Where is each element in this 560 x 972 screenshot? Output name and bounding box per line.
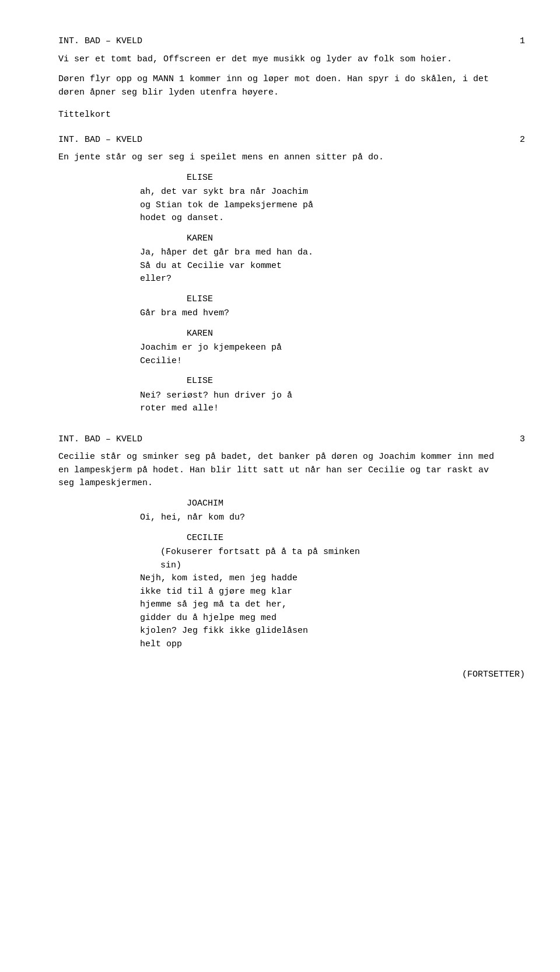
karen-block-1: KAREN Ja, håper det går bra med han da. … [58,232,525,286]
cecilie-line-1-0: Nejh, kom isted, men jeg hadde [140,573,298,583]
scene-2-action-1: En jente står og ser seg i speilet mens … [58,151,502,165]
elise-name-3: ELISE [187,375,525,388]
scene-3-number: 3 [520,433,525,447]
cecilie-line-1-1: ikke tid til å gjøre meg klar [140,587,292,597]
cecilie-block-1: CECILIE (Fokuserer fortsatt på å ta på s… [58,532,525,652]
elise-block-2: ELISE Går bra med hvem? [58,293,525,320]
elise-line-1-0: ah, det var sykt bra når Joachim [140,187,308,197]
cecilie-name-1: CECILIE [187,532,525,545]
page: INT. BAD – KVELD 1 Vi ser et tomt bad, O… [0,0,560,972]
cecilie-line-1-4: kjolen? Jeg fikk ikke glidelåsen [140,626,308,636]
scene-1-number: 1 [520,35,525,48]
scene-2-number: 2 [520,134,525,147]
elise-name-2: ELISE [187,293,525,306]
fortsetter: (FORTSETTER) [58,668,525,682]
scene-2-heading-text: INT. BAD – KVELD [58,134,142,147]
karen-dialogue-1: Ja, håper det går bra med han da. Så du … [140,246,420,286]
elise-block-3: ELISE Nei? seriøst? hun driver jo å rote… [58,375,525,416]
cecilie-line-1-5: helt opp [140,639,182,649]
karen-line-1-2: eller? [140,274,172,284]
karen-block-2: KAREN Joachim er jo kjempekeen på Cecili… [58,328,525,368]
elise-name-1: ELISE [187,172,525,185]
joachim-block-1: JOACHIM Oi, hei, når kom du? [58,497,525,525]
joachim-line-1-0: Oi, hei, når kom du? [140,513,245,522]
scene-3-heading-text: INT. BAD – KVELD [58,433,142,447]
elise-line-1-1: og Stian tok de lampeksjermene på [140,200,313,210]
elise-dialogue-1: ah, det var sykt bra når Joachim og Stia… [140,186,420,225]
tittelkort: Tittelkort [58,109,525,122]
elise-line-1-2: hodet og danset. [140,213,224,223]
karen-line-2-0: Joachim er jo kjempekeen på [140,343,282,353]
elise-dialogue-3: Nei? seriøst? hun driver jo å roter med … [140,389,420,416]
karen-dialogue-2: Joachim er jo kjempekeen på Cecilie! [140,342,420,368]
cecilie-line-1-3: gidder du å hjelpe meg med [140,613,276,623]
scene-1-heading: INT. BAD – KVELD 1 [58,35,525,48]
elise-line-2-0: Går bra med hvem? [140,308,229,318]
elise-block-1: ELISE ah, det var sykt bra når Joachim o… [58,172,525,225]
cecilie-parenthetical-1: (Fokuserer fortsatt på å ta på sminken s… [160,546,382,572]
scene-3-action-1: Cecilie står og sminker seg på badet, de… [58,451,502,490]
scene-1-heading-text: INT. BAD – KVELD [58,35,142,48]
karen-line-2-1: Cecilie! [140,356,182,366]
karen-name-1: KAREN [187,232,525,246]
elise-line-3-0: Nei? seriøst? hun driver jo å [140,391,292,400]
elise-line-3-1: roter med alle! [140,403,219,413]
scene-1-action-2: Døren flyr opp og MANN 1 kommer inn og l… [58,73,502,99]
karen-line-1-1: Så du at Cecilie var kommet [140,261,282,271]
scene-1-action-1: Vi ser et tomt bad, Offscreen er det mye… [58,53,502,67]
cecilie-line-1-2: hjemme så jeg må ta det her, [140,600,287,609]
joachim-dialogue-1: Oi, hei, når kom du? [140,511,420,525]
karen-name-2: KAREN [187,328,525,341]
scene-3-heading: INT. BAD – KVELD 3 [58,433,525,447]
joachim-name-1: JOACHIM [187,497,525,511]
scene-2-heading: INT. BAD – KVELD 2 [58,134,525,147]
elise-dialogue-2: Går bra med hvem? [140,307,420,320]
cecilie-dialogue-1: Nejh, kom isted, men jeg hadde ikke tid … [140,572,420,651]
karen-line-1-0: Ja, håper det går bra med han da. [140,248,313,257]
